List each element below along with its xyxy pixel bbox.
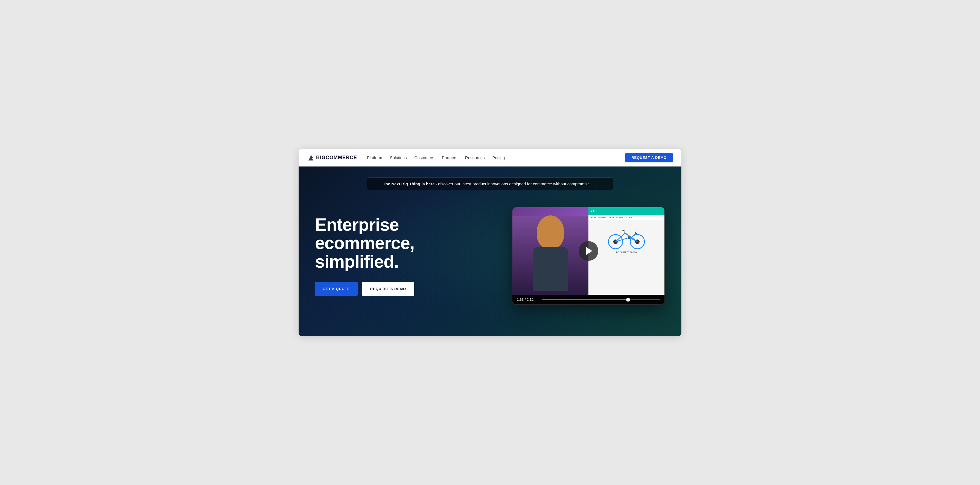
svg-point-15 bbox=[628, 236, 630, 239]
video-time: 1:33 / 2:12 bbox=[517, 297, 539, 302]
announcement-arrow: → bbox=[593, 181, 597, 186]
bike-image bbox=[605, 223, 648, 250]
request-demo-hero-button[interactable]: REQUEST A DEMO bbox=[362, 282, 415, 296]
yeti-nav-bikes: BIKES bbox=[590, 216, 597, 218]
hero-title: Enterprise ecommerce, simplified. bbox=[315, 216, 457, 271]
nav-left: BIGCOMMERCE Platform Solutions Customers… bbox=[307, 154, 505, 162]
yeti-nav-roots: ROOTS bbox=[616, 216, 623, 218]
nav-item-partners[interactable]: Partners bbox=[442, 155, 457, 160]
logo[interactable]: BIGCOMMERCE bbox=[307, 154, 357, 162]
video-right-panel: YETI BIKES FITNESS GEAR ROOTS STORE bbox=[589, 207, 665, 295]
nav-link-solutions[interactable]: Solutions bbox=[390, 155, 407, 160]
nav-link-customers[interactable]: Customers bbox=[415, 155, 434, 160]
nav-link-resources[interactable]: Resources bbox=[465, 155, 485, 160]
person-face bbox=[537, 215, 564, 248]
nav-link-platform[interactable]: Platform bbox=[367, 155, 382, 160]
nav-item-pricing[interactable]: Pricing bbox=[492, 155, 505, 160]
yeti-header: YETI bbox=[589, 207, 665, 215]
hero-content: Enterprise ecommerce, simplified. GET A … bbox=[315, 207, 665, 305]
nav-item-platform[interactable]: Platform bbox=[367, 155, 382, 160]
video-left-panel bbox=[512, 207, 589, 295]
video-progress-bar[interactable] bbox=[542, 299, 660, 300]
announcement-bold: The Next Big Thing is here bbox=[383, 181, 434, 186]
play-icon bbox=[586, 247, 592, 255]
announcement-text: · discover our latest product innovation… bbox=[435, 181, 591, 186]
bike-price: BE FASTEST $8,190 bbox=[616, 251, 636, 253]
navbar: BIGCOMMERCE Platform Solutions Customers… bbox=[299, 149, 681, 167]
bike-display: BE FASTEST $8,190 bbox=[589, 220, 665, 256]
nav-item-resources[interactable]: Resources bbox=[465, 155, 485, 160]
nav-link-partners[interactable]: Partners bbox=[442, 155, 457, 160]
announcement-bar[interactable]: The Next Big Thing is here · discover ou… bbox=[367, 177, 613, 190]
hero-text: Enterprise ecommerce, simplified. GET A … bbox=[315, 216, 457, 296]
browser-window: BIGCOMMERCE Platform Solutions Customers… bbox=[299, 149, 681, 336]
hero-section: The Next Big Thing is here · discover ou… bbox=[299, 167, 681, 336]
logo-text: BIGCOMMERCE bbox=[316, 155, 357, 161]
nav-item-solutions[interactable]: Solutions bbox=[390, 155, 407, 160]
yeti-logo: YETI bbox=[590, 210, 599, 213]
video-content: YETI BIKES FITNESS GEAR ROOTS STORE bbox=[512, 207, 665, 295]
nav-link-pricing[interactable]: Pricing bbox=[492, 155, 505, 160]
get-quote-button[interactable]: GET A QUOTE bbox=[315, 282, 358, 296]
play-button[interactable] bbox=[579, 241, 598, 261]
nav-links: Platform Solutions Customers Partners Re… bbox=[367, 155, 505, 160]
video-progress-fill bbox=[542, 299, 628, 300]
yeti-nav-gear: GEAR bbox=[609, 216, 614, 218]
hero-buttons: GET A QUOTE REQUEST A DEMO bbox=[315, 282, 457, 296]
video-controls: 1:33 / 2:12 bbox=[512, 295, 665, 304]
yeti-nav-bar: BIKES FITNESS GEAR ROOTS STORE bbox=[589, 215, 665, 220]
nav-item-customers[interactable]: Customers bbox=[415, 155, 434, 160]
yeti-nav-store: STORE bbox=[625, 216, 632, 218]
person-body bbox=[533, 247, 568, 291]
request-demo-nav-button[interactable]: REQUEST A DEMO bbox=[625, 153, 673, 162]
bigcommerce-logo-icon bbox=[307, 154, 315, 162]
video-player[interactable]: YETI BIKES FITNESS GEAR ROOTS STORE bbox=[512, 207, 665, 305]
yeti-nav-fitness: FITNESS bbox=[598, 216, 607, 218]
video-progress-thumb[interactable] bbox=[626, 298, 630, 302]
